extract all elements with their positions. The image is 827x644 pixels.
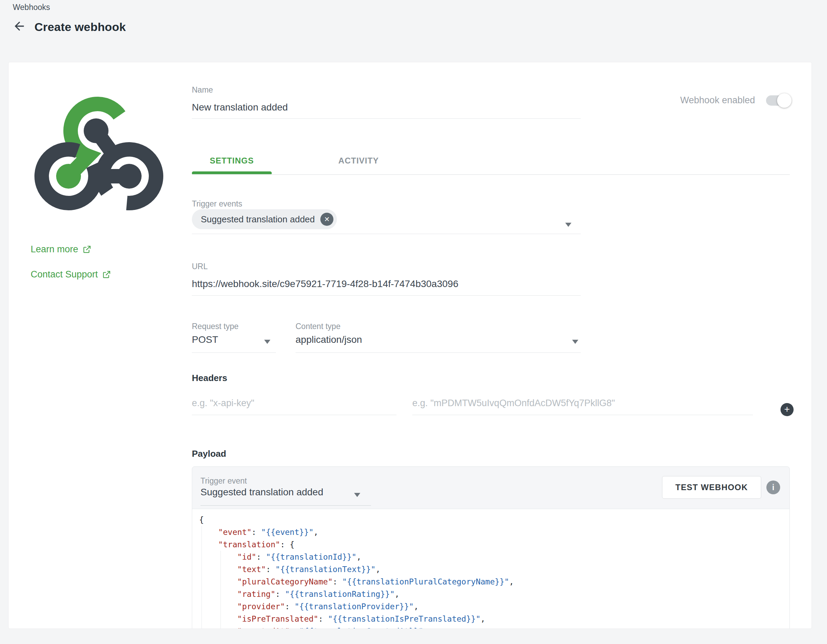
content-type-select[interactable]: application/json <box>295 334 362 345</box>
back-arrow-icon <box>12 19 26 34</box>
trigger-event-chip[interactable]: Suggested translation added ✕ <box>192 209 337 229</box>
code-line: "translation": { <box>199 538 790 551</box>
tab-divider <box>192 174 790 175</box>
indent-guide <box>201 526 202 629</box>
code-line: "event": "{{event}}", <box>199 526 790 538</box>
request-type-select[interactable]: POST <box>192 334 218 345</box>
payload-heading: Payload <box>192 448 226 459</box>
code-line: "rating": "{{translationRating}}", <box>199 588 790 600</box>
code-line: { <box>199 513 790 526</box>
webhook-logo <box>31 88 169 215</box>
enabled-toggle-label: Webhook enabled <box>680 95 755 106</box>
payload-code-editor[interactable]: { "event": "{{event}}", "translation": {… <box>192 509 790 629</box>
page-title: Create webhook <box>34 20 126 34</box>
request-type-caret-icon[interactable] <box>264 340 270 344</box>
payload-trigger-event-label: Trigger event <box>200 476 247 486</box>
code-line: "text": "{{translationText}}", <box>199 563 790 576</box>
code-line: "id": "{{translationId}}", <box>199 551 790 563</box>
payload-trigger-caret-icon[interactable] <box>354 493 360 497</box>
learn-more-link[interactable]: Learn more <box>31 244 91 255</box>
external-link-icon <box>82 245 91 254</box>
headers-heading: Headers <box>192 373 227 383</box>
name-label: Name <box>192 86 213 95</box>
add-header-button[interactable]: + <box>780 403 794 416</box>
header-value-input[interactable] <box>412 391 753 415</box>
payload-trigger-event-select[interactable]: Suggested translation added <box>200 487 323 498</box>
url-input[interactable] <box>192 272 581 296</box>
chip-remove-icon[interactable]: ✕ <box>320 213 334 226</box>
webhook-card: Learn more Contact Support Name Webhook … <box>8 62 812 629</box>
request-type-label: Request type <box>192 322 239 331</box>
content-type-caret-icon[interactable] <box>572 340 578 344</box>
header-key-input[interactable] <box>192 391 396 415</box>
code-line: "provider": "{{translationProvider}}", <box>199 600 790 613</box>
payload-code-content: { "event": "{{event}}", "translation": {… <box>199 513 790 629</box>
tab-activity[interactable]: ACTIVITY <box>314 156 403 166</box>
contact-support-label: Contact Support <box>31 269 98 280</box>
url-label: URL <box>192 262 208 271</box>
tab-settings[interactable]: SETTINGS <box>192 156 272 166</box>
test-webhook-button[interactable]: TEST WEBHOOK <box>662 476 761 499</box>
payload-panel: Trigger event Suggested translation adde… <box>192 467 790 629</box>
code-line: "createdAt": "{{translationCreatedAt}}", <box>199 625 790 629</box>
logo-node-green <box>56 164 81 189</box>
toggle-knob <box>777 93 791 108</box>
title-bar: Create webhook <box>12 19 126 34</box>
learn-more-label: Learn more <box>31 244 78 255</box>
contact-support-link[interactable]: Contact Support <box>31 269 111 280</box>
back-button[interactable] <box>12 19 27 34</box>
chip-label: Suggested translation added <box>201 214 315 225</box>
code-line: "isPreTranslated": "{{translationIsPreTr… <box>199 613 790 625</box>
info-icon[interactable]: i <box>766 481 780 494</box>
logo-node-top <box>84 118 109 143</box>
payload-trigger-underline <box>200 505 371 506</box>
enabled-toggle-row: Webhook enabled <box>680 95 790 106</box>
indent-guide <box>220 551 221 629</box>
name-input[interactable] <box>192 96 581 119</box>
trigger-events-caret-icon[interactable] <box>565 223 571 227</box>
breadcrumb[interactable]: Webhooks <box>13 3 50 12</box>
content-type-label: Content type <box>295 322 340 331</box>
trigger-events-label: Trigger events <box>192 199 242 208</box>
logo-node-right <box>117 164 142 189</box>
trigger-events-underline <box>192 234 581 234</box>
webhook-enabled-toggle[interactable] <box>766 95 790 106</box>
code-line: "pluralCategoryName": "{{translationPlur… <box>199 576 790 588</box>
external-link-icon <box>102 270 111 279</box>
